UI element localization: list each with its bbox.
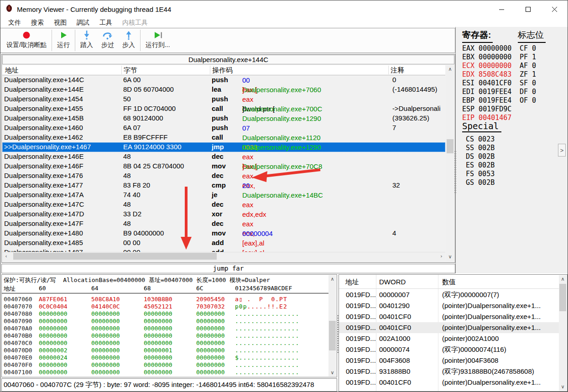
vscroll-thumb[interactable] <box>329 321 336 350</box>
segment-register-row[interactable]: DS 002B <box>466 152 495 161</box>
register-row[interactable]: EBX 00000000 <box>462 53 511 62</box>
disassembly-row[interactable]: Dualpersonality.exe+1462E8 B9FCFFFFcallD… <box>2 133 445 142</box>
disassembly-hscrollbar[interactable]: ‹ › <box>2 252 445 260</box>
menu-item[interactable]: 视图 <box>49 19 72 27</box>
stack-row[interactable]: 0019FD...00401290(pointer)Dualpersonalit… <box>339 300 559 311</box>
hex-row[interactable]: 00407060A87FE061508C8A101030B8B020905450… <box>2 296 329 303</box>
disassembly-row-selected[interactable]: >>Dualpersonality.exe+1467EA 90124000 33… <box>2 142 445 152</box>
flag-row[interactable]: DF 0 <box>520 88 536 96</box>
scroll-down-icon[interactable]: ∨ <box>328 369 336 376</box>
flag-row[interactable]: CF 0 <box>520 44 536 53</box>
toolbar-button-step-over[interactable]: 步过 <box>97 28 118 52</box>
scroll-up-icon[interactable]: ∧ <box>559 275 567 283</box>
disassembly-row[interactable]: Dualpersonality.exe+144C6A 00push000 <box>2 75 445 85</box>
col-address[interactable]: 地址 <box>345 278 359 287</box>
stack-row[interactable]: 0019FD...004F3608(pointer)004F3608 <box>339 355 559 366</box>
hex-row[interactable]: 0040709000000000000000000000000000000000… <box>2 318 329 325</box>
toolbar-button-step-out[interactable]: 步入 <box>118 28 139 52</box>
toolbar-button-run-to[interactable]: 运行到... <box>141 28 174 52</box>
toolbar-button-step-into[interactable]: 踏入 <box>76 28 97 52</box>
disassembly-row[interactable]: Dualpersonality.exe+148500 00add[eax],al <box>2 238 445 248</box>
scroll-down-icon[interactable]: ∨ <box>446 253 454 261</box>
panel-splitter[interactable] <box>454 151 456 194</box>
disassembly-row[interactable]: Dualpersonality.exe+148700 00add[eax],al <box>2 248 445 252</box>
stack-vscrollbar[interactable]: ∧ ∨ <box>559 275 567 391</box>
register-row[interactable]: EBP 0019FEE4 <box>462 96 511 105</box>
disassembly-row[interactable]: Dualpersonality.exe+146F8B 04 25 C870400… <box>2 162 445 171</box>
segment-register-row[interactable]: GS 002B <box>466 178 495 187</box>
stack-row[interactable]: 0019FD...931888B0(双字)931888B0(2467858608… <box>339 366 559 377</box>
disassembly-row[interactable]: Dualpersonality.exe+144E8D 05 60704000le… <box>2 85 445 94</box>
scroll-down-icon[interactable]: ∨ <box>559 383 567 391</box>
disassembly-row[interactable]: Dualpersonality.exe+145B68 90124000pushD… <box>2 114 445 123</box>
stack-row[interactable]: 0019FD...00000074(双字)00000074(116) <box>339 344 559 355</box>
stack-row[interactable]: 0019FD...00401CF0(pointer)Dualpersonalit… <box>339 377 559 388</box>
register-row[interactable]: ECX 00000000 <box>462 62 511 70</box>
register-row[interactable]: ESI 00401CF0 <box>462 79 511 88</box>
disassembly-row[interactable]: Dualpersonality.exe+147D33 D2xoredx,edx <box>2 209 445 219</box>
vscroll-thumb[interactable] <box>447 139 453 153</box>
segment-register-row[interactable]: CS 0023 <box>466 135 495 144</box>
hex-row[interactable]: 004070E000000024000000000000000000000000… <box>2 354 329 361</box>
hex-row[interactable]: 004070C000000000000000000000000000000000… <box>2 340 329 347</box>
disassembly-vscrollbar[interactable]: ∧ ∨ <box>446 65 454 261</box>
expand-registers-button[interactable]: > <box>558 144 566 157</box>
register-row[interactable]: EDX 8508C483 <box>462 70 511 79</box>
flag-row[interactable]: PF 1 <box>520 53 536 62</box>
col-comment[interactable]: 注释 <box>391 66 404 75</box>
register-row[interactable]: EAX 00000000 <box>462 44 511 53</box>
panel-splitter[interactable] <box>337 315 339 354</box>
disassembly-row[interactable]: Dualpersonality.exe+1455FF 1D 0C704000ca… <box>2 104 445 114</box>
close-button[interactable] <box>541 0 568 18</box>
stack-row-highlighted[interactable]: 0019FD...00401CF0(pointer)Dualpersonalit… <box>339 322 559 333</box>
scroll-left-icon[interactable]: ‹ <box>2 252 10 260</box>
disassembly-row[interactable]: Dualpersonality.exe+147648deceax <box>2 171 445 181</box>
disassembly-row[interactable]: Dualpersonality.exe+147F48deceax <box>2 219 445 229</box>
flag-row[interactable]: SF 0 <box>520 79 536 88</box>
stack-row[interactable]: 0019FD...002A1000(pointer)002A1000 <box>339 333 559 344</box>
scroll-up-icon[interactable]: ∧ <box>328 275 336 283</box>
flag-row[interactable]: AF 0 <box>520 62 536 70</box>
register-row[interactable]: ESP 0019FD9C <box>462 105 511 114</box>
hex-row[interactable]: 004070700C0C040404140C0C4505212170307032… <box>2 303 329 310</box>
hex-row[interactable]: 004070A000000000000000000000000000000000… <box>2 325 329 332</box>
minimize-button[interactable] <box>488 0 515 18</box>
segment-register-row[interactable]: FS 0053 <box>466 170 495 178</box>
scroll-up-icon[interactable]: ∧ <box>446 65 454 73</box>
disassembly-address-header[interactable]: Dualpersonality.exe+144C <box>2 55 454 64</box>
stack-row[interactable]: 0019FD...00401CF0(pointer)Dualpersonalit… <box>339 311 559 322</box>
col-opcode[interactable]: 操作码 <box>212 66 233 75</box>
menu-item[interactable]: 内核工具 <box>117 19 153 27</box>
hex-row[interactable]: 004070F000000000000000000000000000000000… <box>2 361 329 369</box>
flag-row[interactable]: OF 0 <box>520 96 536 105</box>
disassembly-row[interactable]: Dualpersonality.exe+14606A 07push077 <box>2 123 445 133</box>
hexview-vscrollbar[interactable]: ∧ ∨ <box>328 275 336 376</box>
col-value[interactable]: 数值 <box>442 278 456 287</box>
register-row[interactable]: EDI 0019FEE4 <box>462 88 511 96</box>
col-bytes[interactable]: 字节 <box>124 66 137 75</box>
disassembly-row[interactable]: Dualpersonality.exe+147C48deceax <box>2 200 445 209</box>
menu-item[interactable]: 文件 <box>3 19 26 27</box>
maximize-button[interactable] <box>515 0 541 18</box>
col-address[interactable]: 地址 <box>5 66 19 75</box>
stack-row[interactable]: 0019FD...00000007(双字)00000007(7) <box>339 289 559 300</box>
hex-row[interactable]: 004070B000000000000000000000000000000000… <box>2 332 329 340</box>
segment-register-row[interactable]: SS 002B <box>466 144 495 152</box>
disassembly-row[interactable]: Dualpersonality.exe+145450pusheax <box>2 94 445 104</box>
vscroll-thumb[interactable] <box>559 284 566 311</box>
col-dword[interactable]: DWORD <box>379 278 406 286</box>
menu-item[interactable]: 工具 <box>94 19 117 27</box>
toolbar-button-run[interactable]: 运行 <box>53 28 74 52</box>
hex-row[interactable]: 004070D000000002000000000000000100000000… <box>2 347 329 354</box>
hex-row[interactable]: 0040710000000000000000000000000000000000… <box>2 369 329 376</box>
segment-register-row[interactable]: ES 002B <box>466 161 495 170</box>
disassembly-row[interactable]: Dualpersonality.exe+146E48deceax <box>2 152 445 162</box>
scroll-right-icon[interactable]: › <box>438 252 445 260</box>
toolbar-button-breakpoint[interactable]: 设置/取消断點 <box>2 28 51 52</box>
flag-row[interactable]: ZF 1 <box>520 70 536 79</box>
disassembly-row[interactable]: Dualpersonality.exe+147A74 40jeDualperso… <box>2 190 445 200</box>
menu-item[interactable]: 調試 <box>72 19 94 27</box>
disassembly-row[interactable]: Dualpersonality.exe+1480B9 04000000movec… <box>2 229 445 238</box>
disassembly-row[interactable]: Dualpersonality.exe+147783 F8 20cmpeax,2… <box>2 181 445 190</box>
menu-item[interactable]: 搜索 <box>26 19 49 27</box>
